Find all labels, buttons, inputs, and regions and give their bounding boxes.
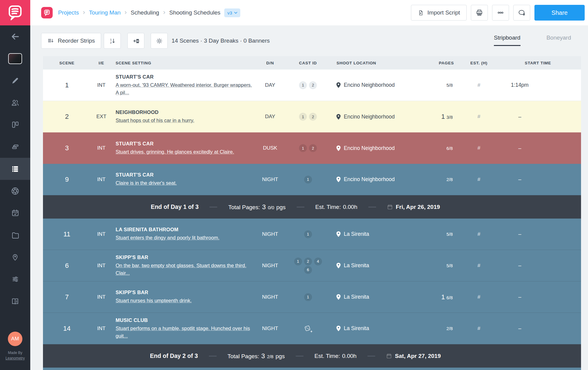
company-link[interactable]: Leanometry bbox=[0, 355, 30, 361]
table-row[interactable]: 11INTLA SIRENITA BATHROOMStuart enters t… bbox=[43, 219, 581, 250]
table-row[interactable]: 9INTSTUART'S CARClaire is in the driver'… bbox=[43, 164, 581, 195]
shoot-location-cell[interactable]: Encino Neighborhood bbox=[336, 145, 430, 151]
estimated-hours[interactable]: # bbox=[463, 82, 495, 88]
sidebar-item-stripboard[interactable] bbox=[0, 158, 30, 180]
start-time[interactable]: – bbox=[495, 325, 581, 332]
cast-id-chip[interactable]: 4 bbox=[314, 258, 322, 265]
location-pin-icon bbox=[336, 231, 341, 237]
estimated-hours[interactable]: # bbox=[463, 231, 495, 237]
estimated-hours[interactable]: # bbox=[463, 145, 495, 151]
schedule-settings-button[interactable] bbox=[151, 33, 168, 49]
sidebar-item-camera[interactable] bbox=[0, 180, 30, 202]
sidebar-item-reports[interactable] bbox=[0, 290, 30, 312]
cast-id-chip[interactable]: 1 bbox=[299, 113, 307, 121]
scene-description-link[interactable]: On the bar, two empty shot glasses. Stua… bbox=[116, 262, 253, 277]
scene-description-link[interactable]: Stuart enters the dingy and poorly lit b… bbox=[116, 234, 253, 242]
share-button[interactable]: Share bbox=[534, 5, 585, 21]
day-break-date[interactable]: Sat, Apr 27, 2019 bbox=[386, 353, 441, 359]
share-label: Share bbox=[551, 9, 567, 16]
calendar-check-icon bbox=[11, 209, 19, 217]
cast-id-chip[interactable]: 2 bbox=[304, 258, 312, 265]
cast-id-chip[interactable]: 2 bbox=[309, 81, 317, 89]
sidebar-item-back[interactable] bbox=[0, 25, 30, 47]
cast-id-chip[interactable]: 1 bbox=[299, 144, 307, 152]
table-row[interactable]: 14INTMUSIC CLUBStuart performs on a humb… bbox=[43, 313, 581, 344]
start-time[interactable]: – bbox=[495, 145, 581, 151]
estimated-hours[interactable]: # bbox=[463, 294, 495, 300]
scene-setting-cell: STUART'S CARClaire is in the driver's se… bbox=[112, 172, 260, 187]
scene-description-link[interactable]: Stuart performs on a humble, spotlit sta… bbox=[116, 325, 253, 340]
sidebar-item-files[interactable] bbox=[0, 224, 30, 246]
sidebar-item-contacts[interactable] bbox=[0, 92, 30, 114]
import-script-button[interactable]: Import Script bbox=[411, 5, 467, 21]
start-time[interactable]: 1:14pm bbox=[495, 82, 581, 88]
day-break-row[interactable]: End of Day 2 of 3Total Pages:32/8pgsEst.… bbox=[43, 344, 581, 368]
shoot-location-cell[interactable]: La Sirenita bbox=[336, 262, 430, 269]
start-time[interactable]: – bbox=[495, 262, 581, 269]
app-logo[interactable] bbox=[0, 0, 30, 25]
shoot-location-cell[interactable]: Encino Neighborhood bbox=[336, 82, 430, 88]
version-label: v3 bbox=[227, 10, 232, 15]
estimated-hours[interactable]: # bbox=[463, 326, 495, 332]
scene-setting-cell: SKIPP'S BAROn the bar, two empty shot gl… bbox=[112, 255, 260, 277]
version-badge[interactable]: v3 bbox=[224, 8, 240, 17]
table-row[interactable]: 3INTSTUART'S CARStuart drives, grinning.… bbox=[43, 132, 581, 164]
day-break-date[interactable]: Fri, Apr 26, 2019 bbox=[387, 204, 440, 210]
start-time[interactable]: – bbox=[495, 114, 581, 120]
shoot-location-cell[interactable]: Encino Neighborhood bbox=[336, 114, 430, 120]
cast-id-chip[interactable]: 2 bbox=[309, 113, 317, 121]
day-night-value: DAY bbox=[260, 82, 280, 88]
sidebar-item-settings[interactable] bbox=[0, 268, 30, 290]
scene-description-link[interactable]: Stuart hops out of his car in a hurry. bbox=[116, 117, 253, 124]
start-time[interactable]: – bbox=[495, 294, 581, 300]
reorder-strips-button[interactable]: Reorder Strips bbox=[41, 33, 101, 49]
estimated-hours[interactable]: # bbox=[463, 177, 495, 183]
user-avatar[interactable]: AM bbox=[8, 332, 22, 346]
scene-description-link[interactable]: A worn-out, '93 CAMRY. Weathered interio… bbox=[116, 81, 253, 96]
cast-id-cell: 12 bbox=[280, 113, 336, 121]
sidebar-item-calendar[interactable] bbox=[0, 202, 30, 224]
pages-cell: 5/8 bbox=[430, 232, 463, 237]
scene-description-link[interactable]: Stuart nurses his umpteenth drink. bbox=[116, 297, 253, 304]
breadcrumb-item[interactable]: Touring Man bbox=[89, 9, 121, 16]
cast-id-chip[interactable]: 1 bbox=[304, 176, 312, 183]
pages-fraction: 5/8 bbox=[446, 232, 453, 237]
cast-id-chip[interactable]: 2 bbox=[309, 144, 317, 152]
comments-button[interactable] bbox=[513, 5, 530, 21]
estimated-hours[interactable]: # bbox=[463, 263, 495, 269]
sidebar-item-edit[interactable] bbox=[0, 70, 30, 92]
shoot-location-cell[interactable]: La Sirenita bbox=[336, 325, 430, 332]
add-strip-button[interactable] bbox=[127, 33, 144, 49]
cast-id-chip[interactable]: 1 bbox=[299, 81, 307, 89]
cast-id-chip[interactable]: 1 bbox=[304, 293, 312, 301]
shoot-location-cell[interactable]: La Sirenita bbox=[336, 231, 430, 237]
table-row[interactable]: 7INTSKIPP'S BARStuart nurses his umpteen… bbox=[43, 281, 581, 313]
sidebar-item-project[interactable] bbox=[0, 47, 30, 70]
sidebar-item-boards[interactable] bbox=[0, 114, 30, 136]
more-options-button[interactable] bbox=[492, 5, 509, 21]
table-row[interactable]: 6INTSKIPP'S BAROn the bar, two empty sho… bbox=[43, 250, 581, 281]
cast-id-chip[interactable]: 1 bbox=[294, 258, 302, 265]
shoot-location-cell[interactable]: La Sirenita bbox=[336, 294, 430, 300]
cast-id-chip[interactable]: 6 bbox=[304, 266, 312, 274]
estimated-hours[interactable]: # bbox=[463, 114, 495, 120]
shoot-location-cell[interactable]: Encino Neighborhood bbox=[336, 176, 430, 183]
scene-description-link[interactable]: Stuart drives, grinning. He glances exci… bbox=[116, 148, 253, 156]
sidebar-item-strips[interactable] bbox=[0, 136, 30, 158]
day-break-row[interactable]: End of Day 1 of 3Total Pages:30/0pgsEst.… bbox=[43, 195, 581, 219]
sort-strips-button[interactable]: 12 bbox=[104, 33, 121, 49]
print-button[interactable] bbox=[471, 5, 488, 21]
scene-description-link[interactable]: Claire is in the driver's seat. bbox=[116, 179, 253, 187]
sidebar-item-locations[interactable] bbox=[0, 246, 30, 268]
start-time[interactable]: – bbox=[495, 176, 581, 183]
add-cast-dice-icon[interactable] bbox=[303, 324, 314, 333]
tab-stripboard[interactable]: Stripboard bbox=[494, 34, 521, 46]
tab-boneyard[interactable]: Boneyard bbox=[547, 34, 571, 46]
table-row[interactable]: 2EXTNEIGHBORHOODStuart hops out of his c… bbox=[43, 101, 581, 132]
shoot-location-label: Encino Neighborhood bbox=[344, 176, 395, 183]
table-row[interactable]: 1INTSTUART'S CARA worn-out, '93 CAMRY. W… bbox=[43, 70, 581, 101]
project-home-badge[interactable] bbox=[41, 7, 53, 18]
breadcrumb-item[interactable]: Projects bbox=[58, 9, 79, 16]
start-time[interactable]: – bbox=[495, 231, 581, 237]
cast-id-chip[interactable]: 1 bbox=[304, 230, 312, 238]
